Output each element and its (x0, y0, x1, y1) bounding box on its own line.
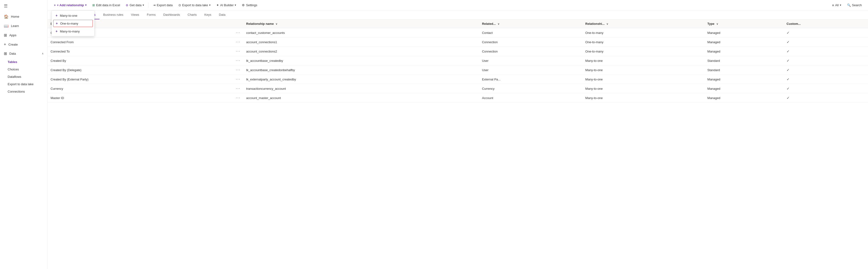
sidebar-item-home[interactable]: 🏠 Home (0, 12, 48, 21)
add-relationship-button[interactable]: + + Add relationship ▾ (52, 2, 89, 8)
cell-relationship-type: Many-to-one (583, 56, 705, 65)
type-sort-icon[interactable]: ∨ (716, 23, 718, 25)
tab-charts[interactable]: Charts (184, 10, 200, 19)
table-row: Connected To ··· account_connections2 Co… (48, 47, 868, 56)
sidebar-sub-dataflows[interactable]: Dataflows (0, 73, 48, 81)
ai-icon: ✦ (216, 3, 219, 7)
cell-related: Account (479, 93, 583, 102)
cell-display-name: Created By (48, 56, 233, 65)
row-ellipsis-icon[interactable]: ··· (236, 96, 241, 100)
many-to-one-option[interactable]: + Many-to-one (52, 12, 94, 19)
row-ellipsis-icon[interactable]: ··· (236, 58, 241, 63)
table-row: Created By (Delegate) ··· lk_accountbase… (48, 65, 868, 75)
sidebar-item-create[interactable]: + Create (0, 40, 48, 49)
row-ellipsis-icon[interactable]: ··· (236, 31, 241, 35)
sidebar-item-learn[interactable]: 📖 Learn (0, 21, 48, 31)
cell-relationship-type: Many-to-one (583, 75, 705, 84)
tab-data[interactable]: Data (215, 10, 229, 19)
sidebar-sub-connections[interactable]: Connections (0, 88, 48, 95)
cell-related: User (479, 65, 583, 75)
sidebar-sub-export-data-lake[interactable]: Export to data lake (0, 81, 48, 88)
sidebar-sub-tables[interactable]: Tables (0, 58, 48, 66)
cell-ellipsis[interactable]: ··· (233, 84, 243, 93)
col-relationship-name[interactable]: Relationship name ∨ (243, 20, 479, 28)
cell-ellipsis[interactable]: ··· (233, 93, 243, 102)
row-ellipsis-icon[interactable]: ··· (236, 49, 241, 53)
cell-type: Standard (705, 56, 784, 65)
sidebar-item-data[interactable]: ⊞ Data ∧ (0, 49, 48, 58)
custom-checkmark: ✓ (787, 50, 789, 53)
tab-keys[interactable]: Keys (200, 10, 215, 19)
sidebar-item-apps[interactable]: ⊞ Apps (0, 31, 48, 40)
cell-custom: ✓ (784, 56, 868, 65)
tab-dashboards[interactable]: Dashboards (159, 10, 184, 19)
sidebar-item-data-label: Data (9, 52, 16, 55)
cell-ellipsis[interactable]: ··· (233, 75, 243, 84)
filter-icon: ≡ (832, 3, 834, 7)
cell-related: Connection (479, 47, 583, 56)
cell-ellipsis[interactable]: ··· (233, 37, 243, 47)
col-type[interactable]: Type ∨ (705, 20, 784, 28)
related-sort-icon[interactable]: ∨ (498, 23, 499, 25)
cell-relationship-name: lk_accountbase_createdonbehalfby (243, 65, 479, 75)
sidebar-item-home-label: Home (11, 15, 19, 19)
tab-forms[interactable]: Forms (143, 10, 160, 19)
excel-icon: ⊞ (92, 3, 95, 7)
col-relationship-type[interactable]: Relationshi... ∨ (583, 20, 705, 28)
cell-relationship-name: lk_externalparty_account_createdby (243, 75, 479, 84)
cell-ellipsis[interactable]: ··· (233, 56, 243, 65)
tab-views[interactable]: Views (127, 10, 143, 19)
export-data-lake-button[interactable]: ⊙ Export to data lake ▾ (176, 2, 213, 8)
filter-button[interactable]: ≡ All ▾ (830, 2, 844, 8)
data-expand-icon: ∧ (42, 52, 44, 55)
cell-ellipsis[interactable]: ··· (233, 47, 243, 56)
tab-business-rules[interactable]: Business rules (99, 10, 127, 19)
cell-custom: ✓ (784, 75, 868, 84)
custom-checkmark: ✓ (787, 96, 789, 100)
get-data-button[interactable]: ⊚ Get data ▾ (123, 2, 147, 8)
add-relationship-dropdown: + Many-to-one + One-to-many + Many-to-ma… (52, 10, 94, 36)
cell-type: Managed (705, 47, 784, 56)
table-row: Created By ··· lk_accountbase_createdby … (48, 56, 868, 65)
get-data-chevron-icon: ▾ (143, 4, 144, 7)
apps-icon: ⊞ (4, 33, 7, 37)
cell-custom: ✓ (784, 93, 868, 102)
col-custom[interactable]: Custom... (784, 20, 868, 28)
cell-relationship-name: contact_customer_accounts (243, 28, 479, 37)
table-row: Created By (External Party) ··· lk_exter… (48, 75, 868, 84)
hamburger-icon[interactable]: ☰ (0, 0, 48, 12)
many-to-many-option[interactable]: + Many-to-many (52, 27, 94, 35)
cell-relationship-type: One-to-many (583, 47, 705, 56)
export-data-button[interactable]: ⇥ Export data (151, 2, 175, 8)
many-to-many-plus-icon: + (56, 29, 58, 33)
row-ellipsis-icon[interactable]: ··· (236, 40, 241, 44)
cell-relationship-name: account_master_account (243, 93, 479, 102)
cell-relationship-name: transactioncurrency_account (243, 84, 479, 93)
row-ellipsis-icon[interactable]: ··· (236, 68, 241, 72)
row-ellipsis-icon[interactable]: ··· (236, 77, 241, 81)
cell-custom: ✓ (784, 84, 868, 93)
search-button[interactable]: 🔍 Search (845, 2, 864, 8)
table-row: Company Name ··· contact_customer_accoun… (48, 28, 868, 37)
sidebar-sub-choices[interactable]: Choices (0, 66, 48, 73)
cell-ellipsis[interactable]: ··· (233, 28, 243, 37)
search-icon: 🔍 (847, 3, 851, 7)
cell-custom: ✓ (784, 65, 868, 75)
cell-type: Managed (705, 75, 784, 84)
cell-relationship-type: One-to-many (583, 28, 705, 37)
sidebar-item-create-label: Create (8, 43, 18, 46)
col-related[interactable]: Related... ∨ (479, 20, 583, 28)
cell-ellipsis[interactable]: ··· (233, 65, 243, 75)
filter-chevron-icon: ▾ (840, 4, 841, 7)
one-to-many-option[interactable]: + One-to-many (53, 20, 93, 27)
many-to-one-plus-icon: + (56, 13, 58, 18)
rel-name-sort-icon[interactable]: ∨ (276, 23, 277, 25)
table-row: Currency ··· transactioncurrency_account… (48, 84, 868, 93)
rel-type-sort-icon[interactable]: ∨ (606, 23, 608, 25)
custom-checkmark: ✓ (787, 59, 789, 63)
settings-button[interactable]: ⚙ Settings (240, 2, 259, 8)
ai-builder-button[interactable]: ✦ AI Builder ▾ (214, 2, 239, 8)
row-ellipsis-icon[interactable]: ··· (236, 86, 241, 90)
edit-excel-button[interactable]: ⊞ Edit data in Excel (90, 2, 122, 8)
cell-display-name: Connected From (48, 37, 233, 47)
